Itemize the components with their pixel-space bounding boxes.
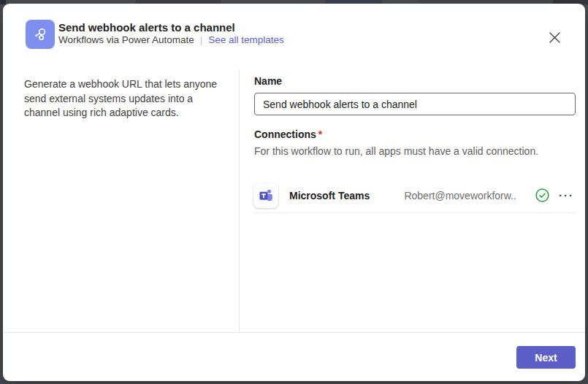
- close-button[interactable]: [543, 26, 566, 49]
- connection-account: Robert@moveworkforw...: [404, 190, 517, 201]
- check-circle-icon: [535, 188, 549, 202]
- workflow-description: Generate a webhook URL that lets anyone …: [24, 77, 223, 120]
- background-window-fragment: [0, 0, 6, 4]
- next-button[interactable]: Next: [516, 346, 576, 369]
- connection-app-name: Microsoft Teams: [289, 190, 371, 201]
- see-all-templates-link[interactable]: See all templates: [208, 34, 284, 45]
- footer-divider: [3, 332, 585, 333]
- close-icon: [549, 31, 561, 44]
- microsoft-teams-logo: [253, 183, 278, 208]
- more-options-icon: ···: [559, 189, 574, 201]
- subtitle-text: Workflows via Power Automate: [58, 34, 194, 45]
- workflow-setup-dialog: Send webhook alerts to a channel Workflo…: [3, 4, 585, 381]
- subtitle-separator: |: [200, 34, 202, 45]
- name-label: Name: [254, 75, 282, 87]
- workflow-share-icon: [26, 20, 55, 49]
- name-input[interactable]: [254, 93, 576, 115]
- required-asterisk: *: [318, 128, 322, 140]
- dialog-title: Send webhook alerts to a channel: [58, 21, 235, 34]
- connections-label: Connections*: [254, 128, 322, 140]
- connection-row: Microsoft Teams Robert@moveworkforw... ·…: [253, 178, 576, 213]
- dialog-subtitle: Workflows via Power Automate | See all t…: [58, 34, 284, 45]
- more-options-button[interactable]: ···: [557, 189, 576, 202]
- connections-help-text: For this workflow to run, all apps must …: [254, 145, 538, 157]
- panel-divider: [239, 69, 240, 332]
